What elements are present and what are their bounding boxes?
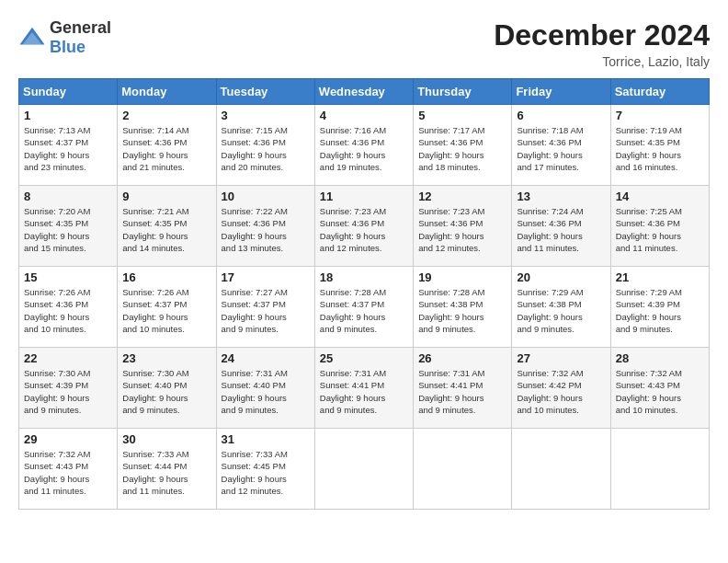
day-info: Sunrise: 7:31 AM Sunset: 4:41 PM Dayligh… [418, 367, 506, 416]
day-info: Sunrise: 7:23 AM Sunset: 4:36 PM Dayligh… [320, 205, 408, 254]
day-info: Sunrise: 7:25 AM Sunset: 4:36 PM Dayligh… [616, 205, 704, 254]
col-monday: Monday [118, 79, 216, 105]
day-number: 13 [517, 190, 605, 203]
calendar-cell: 21Sunrise: 7:29 AM Sunset: 4:39 PM Dayli… [610, 267, 709, 348]
day-info: Sunrise: 7:18 AM Sunset: 4:36 PM Dayligh… [517, 124, 605, 173]
day-info: Sunrise: 7:26 AM Sunset: 4:37 PM Dayligh… [122, 286, 210, 335]
day-number: 5 [418, 109, 506, 122]
calendar-cell: 4Sunrise: 7:16 AM Sunset: 4:36 PM Daylig… [314, 105, 413, 186]
calendar-cell [512, 429, 610, 510]
day-number: 18 [320, 270, 408, 284]
calendar-week-1: 1Sunrise: 7:13 AM Sunset: 4:37 PM Daylig… [19, 105, 710, 186]
day-number: 17 [222, 270, 310, 284]
day-number: 29 [24, 432, 112, 446]
calendar-cell: 19Sunrise: 7:28 AM Sunset: 4:38 PM Dayli… [414, 267, 512, 348]
day-number: 9 [122, 190, 210, 203]
month-title: December 2024 [494, 18, 710, 52]
day-number: 2 [122, 109, 210, 122]
calendar-cell: 22Sunrise: 7:30 AM Sunset: 4:39 PM Dayli… [19, 348, 118, 429]
day-info: Sunrise: 7:22 AM Sunset: 4:36 PM Dayligh… [222, 205, 310, 254]
title-block: December 2024 Torrice, Lazio, Italy [494, 18, 710, 69]
calendar-cell: 1Sunrise: 7:13 AM Sunset: 4:37 PM Daylig… [19, 105, 118, 186]
calendar-cell: 13Sunrise: 7:24 AM Sunset: 4:36 PM Dayli… [512, 186, 610, 267]
day-info: Sunrise: 7:32 AM Sunset: 4:42 PM Dayligh… [517, 367, 605, 416]
calendar-cell: 2Sunrise: 7:14 AM Sunset: 4:36 PM Daylig… [118, 105, 216, 186]
day-number: 1 [24, 109, 112, 122]
calendar-week-4: 22Sunrise: 7:30 AM Sunset: 4:39 PM Dayli… [19, 348, 710, 429]
calendar-cell: 31Sunrise: 7:33 AM Sunset: 4:45 PM Dayli… [216, 429, 314, 510]
day-number: 15 [24, 270, 112, 284]
calendar-cell: 5Sunrise: 7:17 AM Sunset: 4:36 PM Daylig… [414, 105, 512, 186]
col-saturday: Saturday [610, 79, 709, 105]
calendar-cell: 29Sunrise: 7:32 AM Sunset: 4:43 PM Dayli… [19, 429, 118, 510]
calendar-cell: 25Sunrise: 7:31 AM Sunset: 4:41 PM Dayli… [314, 348, 413, 429]
day-number: 28 [616, 351, 704, 365]
day-info: Sunrise: 7:14 AM Sunset: 4:36 PM Dayligh… [122, 124, 210, 173]
calendar-cell: 16Sunrise: 7:26 AM Sunset: 4:37 PM Dayli… [118, 267, 216, 348]
day-number: 27 [517, 351, 605, 365]
calendar-cell [314, 429, 413, 510]
day-number: 21 [616, 270, 704, 284]
calendar-cell: 14Sunrise: 7:25 AM Sunset: 4:36 PM Dayli… [610, 186, 709, 267]
col-sunday: Sunday [19, 79, 118, 105]
calendar-cell: 3Sunrise: 7:15 AM Sunset: 4:36 PM Daylig… [216, 105, 314, 186]
calendar-cell: 9Sunrise: 7:21 AM Sunset: 4:35 PM Daylig… [118, 186, 216, 267]
day-info: Sunrise: 7:30 AM Sunset: 4:40 PM Dayligh… [122, 367, 210, 416]
col-wednesday: Wednesday [314, 79, 413, 105]
calendar-cell: 12Sunrise: 7:23 AM Sunset: 4:36 PM Dayli… [414, 186, 512, 267]
day-info: Sunrise: 7:28 AM Sunset: 4:37 PM Dayligh… [320, 286, 408, 335]
day-number: 26 [418, 351, 506, 365]
day-number: 14 [616, 190, 704, 203]
location-title: Torrice, Lazio, Italy [494, 54, 710, 69]
day-info: Sunrise: 7:30 AM Sunset: 4:39 PM Dayligh… [24, 367, 112, 416]
page-header: General Blue December 2024 Torrice, Lazi… [18, 18, 710, 69]
day-info: Sunrise: 7:31 AM Sunset: 4:40 PM Dayligh… [222, 367, 310, 416]
day-info: Sunrise: 7:23 AM Sunset: 4:36 PM Dayligh… [418, 205, 506, 254]
day-info: Sunrise: 7:31 AM Sunset: 4:41 PM Dayligh… [320, 367, 408, 416]
day-number: 24 [222, 351, 310, 365]
calendar-cell: 18Sunrise: 7:28 AM Sunset: 4:37 PM Dayli… [314, 267, 413, 348]
day-number: 10 [222, 190, 310, 203]
logo-blue-text: Blue [50, 38, 85, 56]
day-info: Sunrise: 7:28 AM Sunset: 4:38 PM Dayligh… [418, 286, 506, 335]
day-info: Sunrise: 7:13 AM Sunset: 4:37 PM Dayligh… [24, 124, 112, 173]
day-number: 16 [122, 270, 210, 284]
calendar-cell: 26Sunrise: 7:31 AM Sunset: 4:41 PM Dayli… [414, 348, 512, 429]
calendar-cell: 28Sunrise: 7:32 AM Sunset: 4:43 PM Dayli… [610, 348, 709, 429]
day-number: 4 [320, 109, 408, 122]
day-number: 30 [122, 432, 210, 446]
calendar-cell: 7Sunrise: 7:19 AM Sunset: 4:35 PM Daylig… [610, 105, 709, 186]
calendar-week-2: 8Sunrise: 7:20 AM Sunset: 4:35 PM Daylig… [19, 186, 710, 267]
day-info: Sunrise: 7:21 AM Sunset: 4:35 PM Dayligh… [122, 205, 210, 254]
day-info: Sunrise: 7:26 AM Sunset: 4:36 PM Dayligh… [24, 286, 112, 335]
col-tuesday: Tuesday [216, 79, 314, 105]
calendar-week-3: 15Sunrise: 7:26 AM Sunset: 4:36 PM Dayli… [19, 267, 710, 348]
day-number: 25 [320, 351, 408, 365]
day-number: 3 [222, 109, 310, 122]
calendar-cell [610, 429, 709, 510]
day-info: Sunrise: 7:20 AM Sunset: 4:35 PM Dayligh… [24, 205, 112, 254]
calendar-cell: 27Sunrise: 7:32 AM Sunset: 4:42 PM Dayli… [512, 348, 610, 429]
logo-general-text: General [50, 18, 111, 37]
col-friday: Friday [512, 79, 610, 105]
col-thursday: Thursday [414, 79, 512, 105]
logo-icon [18, 24, 46, 52]
calendar-cell: 10Sunrise: 7:22 AM Sunset: 4:36 PM Dayli… [216, 186, 314, 267]
day-info: Sunrise: 7:29 AM Sunset: 4:39 PM Dayligh… [616, 286, 704, 335]
calendar-cell: 15Sunrise: 7:26 AM Sunset: 4:36 PM Dayli… [19, 267, 118, 348]
calendar-week-5: 29Sunrise: 7:32 AM Sunset: 4:43 PM Dayli… [19, 429, 710, 510]
day-number: 6 [517, 109, 605, 122]
calendar-cell: 8Sunrise: 7:20 AM Sunset: 4:35 PM Daylig… [19, 186, 118, 267]
calendar-cell: 11Sunrise: 7:23 AM Sunset: 4:36 PM Dayli… [314, 186, 413, 267]
day-info: Sunrise: 7:17 AM Sunset: 4:36 PM Dayligh… [418, 124, 506, 173]
calendar-header-row: Sunday Monday Tuesday Wednesday Thursday… [19, 79, 710, 105]
day-number: 20 [517, 270, 605, 284]
day-info: Sunrise: 7:29 AM Sunset: 4:38 PM Dayligh… [517, 286, 605, 335]
day-info: Sunrise: 7:33 AM Sunset: 4:44 PM Dayligh… [122, 448, 210, 497]
calendar-cell: 30Sunrise: 7:33 AM Sunset: 4:44 PM Dayli… [118, 429, 216, 510]
day-number: 11 [320, 190, 408, 203]
calendar-cell: 24Sunrise: 7:31 AM Sunset: 4:40 PM Dayli… [216, 348, 314, 429]
day-number: 23 [122, 351, 210, 365]
calendar-cell: 6Sunrise: 7:18 AM Sunset: 4:36 PM Daylig… [512, 105, 610, 186]
day-number: 8 [24, 190, 112, 203]
